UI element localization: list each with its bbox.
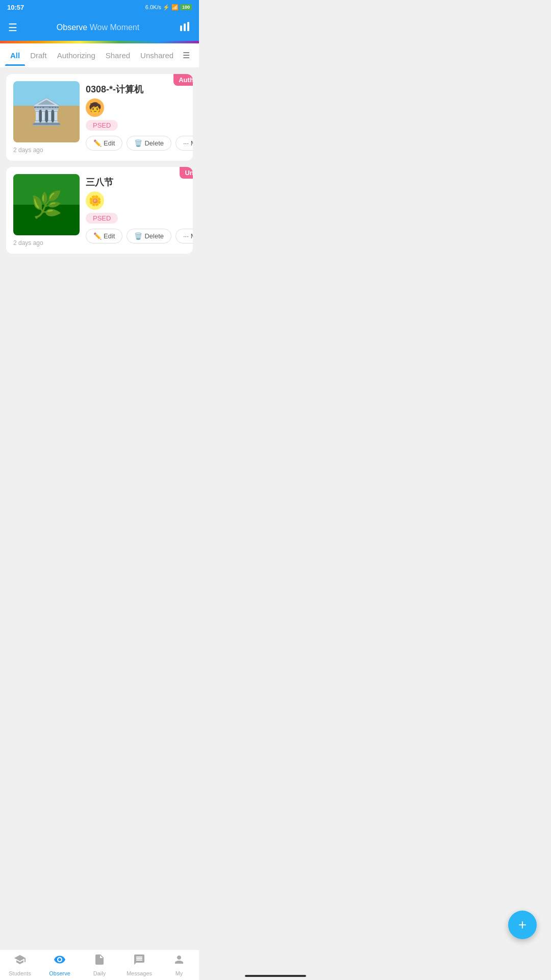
status-bar: 10:57 6.0K/s ⚡ 📶 100 <box>0 0 199 14</box>
card-2-right: Unshared 三八节 🌼 PSED ✏️ Edit 🗑️ Delete ··… <box>86 174 193 247</box>
edit-icon-2: ✏️ <box>93 232 102 240</box>
svg-rect-0 <box>180 26 182 31</box>
delete-label-2: Delete <box>144 232 164 240</box>
header-title-main: Observe <box>57 23 87 32</box>
card-1-timestamp: 2 days ago <box>13 146 80 154</box>
card-1-edit-button[interactable]: ✏️ Edit <box>86 136 122 151</box>
header-title-sub: Wow Moment <box>87 23 139 32</box>
battery-indicator: 100 <box>180 4 192 10</box>
card-1-avatar: 🧒 <box>86 99 104 117</box>
card-1-tag: PSED <box>86 120 118 131</box>
card-2-edit-button[interactable]: ✏️ Edit <box>86 229 122 243</box>
card-2-image <box>13 174 80 235</box>
card-1-delete-button[interactable]: 🗑️ Delete <box>127 136 171 151</box>
tab-shared[interactable]: Shared <box>101 45 135 66</box>
card-1-left: 2 days ago <box>13 81 80 154</box>
network-speed: 6.0K/s <box>145 4 161 10</box>
card-2-tag: PSED <box>86 213 118 224</box>
chart-icon[interactable] <box>179 20 191 35</box>
card-2-left: 2 days ago <box>13 174 80 247</box>
menu-icon[interactable]: ☰ <box>8 21 17 34</box>
card-1-more-button[interactable]: ··· More <box>176 136 193 151</box>
card-2-timestamp: 2 days ago <box>13 239 80 247</box>
tab-authorizing[interactable]: Authorizing <box>52 45 101 66</box>
delete-icon-2: 🗑️ <box>134 232 142 240</box>
delete-label: Delete <box>144 139 164 147</box>
more-icon: ··· <box>183 139 189 147</box>
status-time: 10:57 <box>7 4 24 11</box>
more-label: More <box>191 139 193 147</box>
svg-rect-1 <box>184 23 186 31</box>
card-1-right: Authorizing 0308-*-计算机 🧒 PSED ✏️ Edit 🗑️… <box>86 81 193 154</box>
tabs-bar: All Draft Authorizing Shared Unshared ☰ <box>0 43 199 68</box>
svg-rect-2 <box>187 22 189 31</box>
more-label-2: More <box>191 232 193 240</box>
card-1-status-badge: Authorizing <box>173 74 193 86</box>
app-header: ☰ Observe Wow Moment <box>0 14 199 41</box>
tab-draft[interactable]: Draft <box>25 45 52 66</box>
edit-label: Edit <box>104 139 115 147</box>
content-area: 2 days ago Authorizing 0308-*-计算机 🧒 PSED… <box>0 68 199 406</box>
card-2-more-button[interactable]: ··· More <box>176 229 193 243</box>
more-icon-2: ··· <box>183 232 189 240</box>
card-2-delete-button[interactable]: 🗑️ Delete <box>127 229 171 243</box>
tab-all[interactable]: All <box>5 45 25 66</box>
wifi-icon: 📶 <box>171 4 179 11</box>
card-2-avatar: 🌼 <box>86 191 104 210</box>
tab-unshared[interactable]: Unshared <box>135 45 179 66</box>
delete-icon: 🗑️ <box>134 139 142 147</box>
card-2: 2 days ago Unshared 三八节 🌼 PSED ✏️ Edit 🗑… <box>6 167 193 254</box>
edit-label-2: Edit <box>104 232 115 240</box>
card-1: 2 days ago Authorizing 0308-*-计算机 🧒 PSED… <box>6 74 193 161</box>
status-icons: 6.0K/s ⚡ 📶 100 <box>145 4 192 11</box>
card-1-image <box>13 81 80 142</box>
card-2-actions: ✏️ Edit 🗑️ Delete ··· More <box>86 229 193 243</box>
card-1-actions: ✏️ Edit 🗑️ Delete ··· More <box>86 136 193 151</box>
header-title: Observe Wow Moment <box>57 23 139 32</box>
card-2-status-badge: Unshared <box>180 167 193 179</box>
tabs-more-icon[interactable]: ☰ <box>179 48 194 62</box>
edit-icon: ✏️ <box>93 139 102 147</box>
bluetooth-icon: ⚡ <box>163 4 170 11</box>
card-2-title: 三八节 <box>86 176 193 188</box>
